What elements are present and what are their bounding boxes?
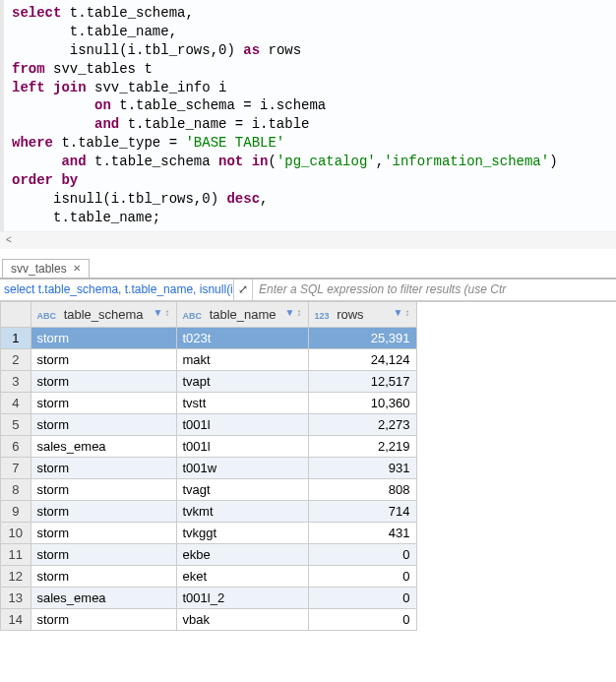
rows-cell: 10,360 — [308, 393, 416, 414]
table-name-cell: makt — [176, 349, 308, 371]
table-row[interactable]: 4stormtvstt10,360 — [1, 393, 416, 414]
rownum-cell: 12 — [1, 566, 31, 588]
table-row[interactable]: 3stormtvapt12,517 — [1, 371, 416, 393]
rows-cell: 25,391 — [308, 328, 416, 349]
column-header-rows[interactable]: 123 rows ↕ ▼ — [308, 302, 416, 328]
results-tabs: svv_tables ✕ — [0, 259, 616, 279]
table-row[interactable]: 6sales_emeat001l2,219 — [1, 436, 416, 458]
rows-cell: 0 — [308, 609, 416, 631]
table-schema-cell: storm — [31, 544, 176, 566]
table-schema-cell: storm — [31, 349, 176, 371]
editor-hscroll-left[interactable]: < — [0, 231, 616, 249]
filter-input[interactable]: Enter a SQL expression to filter results… — [253, 282, 512, 296]
filter-icon[interactable]: ▼ — [154, 307, 163, 318]
sql-editor[interactable]: select t.table_schema, t.table_name, isn… — [0, 0, 616, 231]
table-name-cell: t001l — [176, 436, 308, 458]
rows-cell: 931 — [308, 458, 416, 479]
table-row[interactable]: 5stormt001l2,273 — [1, 414, 416, 436]
rownum-cell: 3 — [1, 371, 31, 393]
rownum-cell: 1 — [1, 328, 31, 349]
header-row: ABC table_schema ↕ ▼ ABC table_name ↕ ▼ … — [1, 302, 416, 328]
rownum-cell: 6 — [1, 436, 31, 458]
rownum-cell: 5 — [1, 414, 31, 436]
table-schema-cell: storm — [31, 458, 176, 479]
table-name-cell: t001w — [176, 458, 308, 479]
table-name-cell: eket — [176, 566, 308, 588]
results-filter-bar: select t.table_schema, t.table_name, isn… — [0, 279, 616, 301]
sort-icon[interactable]: ↕ — [405, 307, 410, 318]
rows-cell: 0 — [308, 566, 416, 588]
rownum-cell: 4 — [1, 393, 31, 414]
results-table: ABC table_schema ↕ ▼ ABC table_name ↕ ▼ … — [1, 302, 417, 632]
sort-icon[interactable]: ↕ — [297, 307, 302, 318]
table-name-cell: tvkmt — [176, 501, 308, 523]
table-name-cell: tvkggt — [176, 523, 308, 544]
table-row[interactable]: 2stormmakt24,124 — [1, 349, 416, 371]
rownum-cell: 10 — [1, 523, 31, 544]
table-row[interactable]: 7stormt001w931 — [1, 458, 416, 479]
type-badge: 123 — [315, 311, 330, 321]
rownum-cell: 8 — [1, 479, 31, 501]
sort-icon[interactable]: ↕ — [165, 307, 170, 318]
table-schema-cell: storm — [31, 371, 176, 393]
column-header-table-name[interactable]: ABC table_name ↕ ▼ — [176, 302, 308, 328]
column-header-label: table_schema — [64, 307, 144, 322]
table-schema-cell: storm — [31, 479, 176, 501]
rows-cell: 808 — [308, 479, 416, 501]
table-row[interactable]: 8stormtvagt808 — [1, 479, 416, 501]
rownum-header — [1, 302, 31, 328]
table-name-cell: t001l — [176, 414, 308, 436]
table-schema-cell: storm — [31, 523, 176, 544]
rows-cell: 714 — [308, 501, 416, 523]
table-name-cell: tvapt — [176, 371, 308, 393]
table-name-cell: vbak — [176, 609, 308, 631]
table-name-cell: tvstt — [176, 393, 308, 414]
rownum-cell: 9 — [1, 501, 31, 523]
table-row[interactable]: 11stormekbe0 — [1, 544, 416, 566]
rows-cell: 0 — [308, 544, 416, 566]
column-header-table-schema[interactable]: ABC table_schema ↕ ▼ — [31, 302, 176, 328]
table-schema-cell: storm — [31, 566, 176, 588]
table-row[interactable]: 1stormt023t25,391 — [1, 328, 416, 349]
divider — [0, 249, 616, 259]
rows-cell: 24,124 — [308, 349, 416, 371]
sql-editor-content[interactable]: select t.table_schema, t.table_name, isn… — [12, 4, 616, 227]
table-schema-cell: sales_emea — [31, 436, 176, 458]
table-row[interactable]: 14stormvbak0 — [1, 609, 416, 631]
table-name-cell: t001l_2 — [176, 588, 308, 609]
rows-cell: 12,517 — [308, 371, 416, 393]
table-schema-cell: storm — [31, 328, 176, 349]
filter-icon[interactable]: ▼ — [285, 307, 295, 318]
rownum-cell: 13 — [1, 588, 31, 609]
rows-cell: 2,219 — [308, 436, 416, 458]
table-schema-cell: storm — [31, 414, 176, 436]
table-name-cell: t023t — [176, 328, 308, 349]
table-row[interactable]: 13sales_emeat001l_20 — [1, 588, 416, 609]
results-tab-label: svv_tables — [11, 262, 67, 276]
table-name-cell: ekbe — [176, 544, 308, 566]
type-badge: ABC — [183, 311, 203, 321]
rownum-cell: 11 — [1, 544, 31, 566]
expand-icon[interactable]: ⤢ — [234, 279, 253, 300]
rownum-cell: 7 — [1, 458, 31, 479]
rownum-cell: 2 — [1, 349, 31, 371]
rownum-cell: 14 — [1, 609, 31, 631]
rows-cell: 2,273 — [308, 414, 416, 436]
results-grid: ABC table_schema ↕ ▼ ABC table_name ↕ ▼ … — [0, 301, 616, 632]
table-schema-cell: storm — [31, 501, 176, 523]
table-schema-cell: storm — [31, 609, 176, 631]
table-row[interactable]: 10stormtvkggt431 — [1, 523, 416, 544]
column-header-label: rows — [337, 307, 363, 322]
rows-cell: 431 — [308, 523, 416, 544]
type-badge: ABC — [37, 311, 57, 321]
filter-icon[interactable]: ▼ — [394, 307, 403, 318]
table-name-cell: tvagt — [176, 479, 308, 501]
results-tab[interactable]: svv_tables ✕ — [2, 259, 90, 278]
rows-cell: 0 — [308, 588, 416, 609]
table-row[interactable]: 12stormeket0 — [1, 566, 416, 588]
table-row[interactable]: 9stormtvkmt714 — [1, 501, 416, 523]
executed-sql-snippet: select t.table_schema, t.table_name, isn… — [0, 279, 234, 300]
close-icon[interactable]: ✕ — [73, 263, 81, 274]
table-schema-cell: sales_emea — [31, 588, 176, 609]
table-schema-cell: storm — [31, 393, 176, 414]
